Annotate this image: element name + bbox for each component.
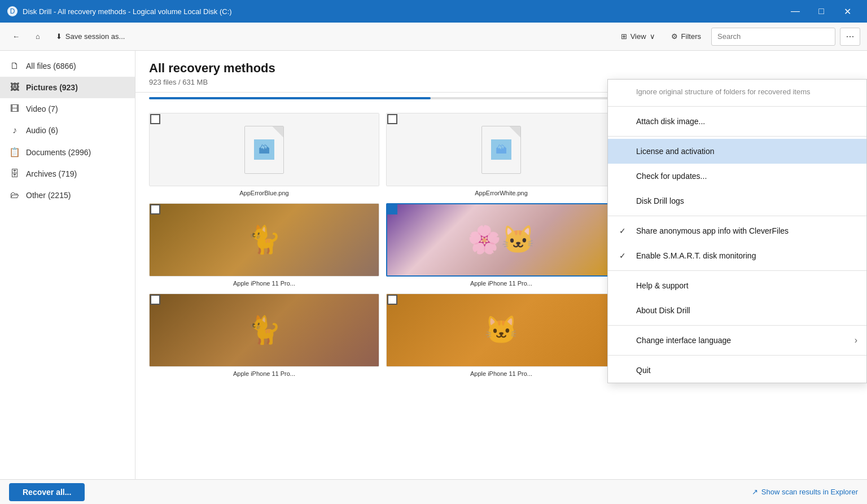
item-thumbnail: 🐈 <box>149 203 379 277</box>
menu-item-smart-monitor[interactable]: ✓ Enable S.M.A.R.T. disk monitoring <box>608 243 866 268</box>
home-button[interactable]: ⌂ <box>30 29 46 44</box>
menu-item-label: Attach disk image... <box>636 117 705 126</box>
menu-item-check-updates[interactable]: Check for updates... <box>608 164 866 189</box>
menu-item-label: Change interface language <box>636 336 731 345</box>
progress-fill <box>149 97 431 99</box>
menu-item-quit[interactable]: Quit <box>608 358 866 383</box>
window-title: Disk Drill - All recovery methods - Logi… <box>23 7 232 16</box>
archives-icon: 🗄 <box>9 169 20 179</box>
sidebar-item-other[interactable]: 🗁 Other (2215) <box>0 185 135 206</box>
cat-image: 🐱 <box>387 294 616 366</box>
view-button[interactable]: ⊞ View ∨ <box>615 29 661 44</box>
item-label: AppErrorWhite.png <box>386 190 616 196</box>
item-label: Apple iPhone 11 Pro... <box>386 280 616 287</box>
list-item[interactable]: 🏔 AppErrorBlue.png <box>149 113 379 196</box>
item-thumbnail: 🏔 <box>386 113 616 186</box>
sidebar-item-archives[interactable]: 🗄 Archives (719) <box>0 163 135 185</box>
maximize-button[interactable]: □ <box>808 0 834 23</box>
app-icon: D <box>7 6 18 17</box>
menu-item-disk-logs[interactable]: Disk Drill logs <box>608 189 866 213</box>
list-item[interactable]: 🐈 Apple iPhone 11 Pro... <box>149 203 379 287</box>
item-checkbox[interactable] <box>387 204 397 214</box>
sidebar-item-label: Archives (719) <box>26 169 77 178</box>
sidebar-item-label: Other (2215) <box>26 191 71 200</box>
page-title: All recovery methods <box>149 61 853 76</box>
recover-all-button[interactable]: Recover all... <box>9 483 85 501</box>
item-checkbox[interactable] <box>387 114 397 124</box>
item-label: AppErrorBlue.png <box>149 190 379 196</box>
menu-item-label: Share anonymous app info with CleverFile… <box>636 226 789 235</box>
cat-image: 🐈 <box>150 204 379 276</box>
more-options-button[interactable]: ··· <box>840 28 860 46</box>
chevron-down-icon: ∨ <box>650 32 655 41</box>
item-label: Apple iPhone 11 Pro... <box>149 280 379 287</box>
list-item[interactable]: 🐱 Apple iPhone 11 Pro... <box>386 293 616 377</box>
sidebar-item-documents[interactable]: 📋 Documents (2996) <box>0 141 135 163</box>
menu-item-label: Help & support <box>636 281 689 290</box>
menu-item-label: Check for updates... <box>636 172 707 181</box>
sidebar-item-video[interactable]: 🎞 Video (7) <box>0 98 135 120</box>
ellipsis-icon: ··· <box>846 30 854 42</box>
content-area: All recovery methods 923 files / 631 MB … <box>135 51 867 479</box>
item-thumbnail: 🏔 <box>149 113 379 186</box>
save-icon: ⬇ <box>56 32 62 41</box>
video-icon: 🎞 <box>9 104 20 114</box>
close-button[interactable]: ✕ <box>834 0 860 23</box>
sidebar-item-label: Documents (2996) <box>26 148 91 157</box>
checkmark-icon: ✓ <box>619 226 630 235</box>
show-scan-link[interactable]: ↗ Show scan results in Explorer <box>752 488 858 496</box>
menu-item-label: Quit <box>636 366 651 375</box>
menu-item-about[interactable]: About Disk Drill <box>608 298 866 323</box>
cat-image: 🌸🐱 <box>387 204 615 275</box>
other-icon: 🗁 <box>9 190 20 200</box>
list-item[interactable]: 🏔 AppErrorWhite.png <box>386 113 616 196</box>
pictures-icon: 🖼 <box>9 82 20 93</box>
menu-item-share-info[interactable]: ✓ Share anonymous app info with CleverFi… <box>608 218 866 243</box>
item-checkbox[interactable] <box>150 114 160 124</box>
filters-button[interactable]: ⚙ Filters <box>665 29 707 44</box>
item-checkbox[interactable] <box>387 295 397 305</box>
menu-divider-1 <box>608 106 866 107</box>
sidebar-item-label: All files (6866) <box>26 62 76 71</box>
filter-icon: ⚙ <box>671 32 678 41</box>
list-item[interactable]: 🐈 Apple iPhone 11 Pro... <box>149 293 379 377</box>
file-icon: 🏔 <box>481 126 521 174</box>
show-scan-label: Show scan results in Explorer <box>761 488 858 496</box>
sidebar-item-label: Audio (6) <box>26 126 58 135</box>
sidebar-item-all-files[interactable]: 🗋 All files (6866) <box>0 55 135 77</box>
home-icon: ⌂ <box>36 32 40 41</box>
sidebar-item-label: Video (7) <box>26 104 58 113</box>
back-button[interactable]: ← <box>7 29 25 44</box>
item-label: Apple iPhone 11 Pro... <box>149 370 379 377</box>
all-files-icon: 🗋 <box>9 61 20 71</box>
save-session-button[interactable]: ⬇ Save session as... <box>50 29 131 44</box>
bottom-bar: Recover all... ↗ Show scan results in Ex… <box>0 479 867 504</box>
toolbar: ← ⌂ ⬇ Save session as... ⊞ View ∨ ⚙ Filt… <box>0 23 867 51</box>
item-thumbnail: 🐈 <box>149 293 379 367</box>
item-checkbox[interactable] <box>150 204 160 214</box>
item-thumbnail: 🌸🐱 <box>386 203 616 277</box>
minimize-button[interactable]: — <box>782 0 808 23</box>
sidebar-item-label: Pictures (923) <box>26 83 78 92</box>
menu-divider-6 <box>608 355 866 356</box>
menu-item-help[interactable]: Help & support <box>608 273 866 298</box>
back-icon: ← <box>12 32 20 41</box>
sidebar-item-pictures[interactable]: 🖼 Pictures (923) <box>0 77 135 98</box>
menu-item-license[interactable]: License and activation <box>608 139 866 164</box>
view-icon: ⊞ <box>621 32 627 41</box>
menu-item-ignore-structure[interactable]: Ignore original structure of folders for… <box>608 80 866 104</box>
menu-item-label: Ignore original structure of folders for… <box>636 87 811 96</box>
menu-divider-3 <box>608 216 866 216</box>
menu-item-label: Disk Drill logs <box>636 196 684 205</box>
search-input[interactable] <box>711 28 835 46</box>
menu-item-language[interactable]: Change interface language › <box>608 328 866 353</box>
menu-item-attach-disk[interactable]: Attach disk image... <box>608 109 866 134</box>
sidebar-item-audio[interactable]: ♪ Audio (6) <box>0 120 135 141</box>
list-item[interactable]: 🌸🐱 Apple iPhone 11 Pro... <box>386 203 616 287</box>
external-link-icon: ↗ <box>752 488 758 496</box>
menu-item-label: License and activation <box>636 147 715 156</box>
item-checkbox[interactable] <box>150 295 160 305</box>
sidebar: 🗋 All files (6866) 🖼 Pictures (923) 🎞 Vi… <box>0 51 135 479</box>
menu-divider-5 <box>608 325 866 326</box>
svg-text:D: D <box>10 7 15 15</box>
